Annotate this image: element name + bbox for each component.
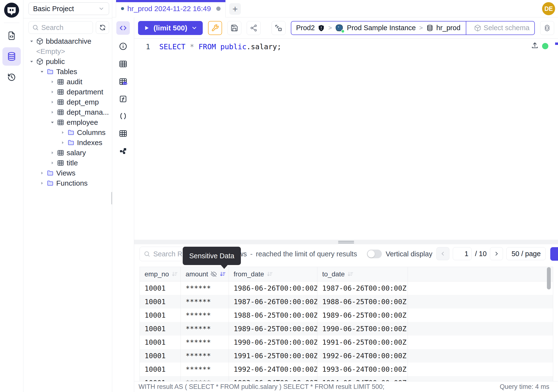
eye-off-icon[interactable]: [210, 271, 217, 277]
project-selector[interactable]: Basic Project: [28, 2, 109, 15]
caret-right-icon[interactable]: [50, 79, 55, 85]
run-query-button[interactable]: (limit 500): [138, 21, 203, 35]
tree-item-views[interactable]: Views: [23, 168, 112, 178]
caret-right-icon[interactable]: [60, 130, 65, 135]
tree-item-department[interactable]: department: [23, 87, 112, 97]
tree-item-dept-mana[interactable]: dept_mana...: [23, 107, 112, 117]
export-button[interactable]: [550, 247, 558, 261]
table-row[interactable]: 10001******1989-06-25T00:00:00Z1990-06-2…: [140, 322, 553, 336]
procedures-panel-icon[interactable]: [119, 112, 127, 120]
code-panel-button[interactable]: [116, 21, 130, 35]
masked-data-icon[interactable]: [119, 77, 127, 86]
caret-right-icon[interactable]: [50, 89, 55, 95]
tree-item-public[interactable]: public: [23, 56, 112, 67]
table-row[interactable]: 10001******1987-06-26T00:00:00Z1988-06-2…: [140, 295, 553, 308]
folder-icon: [47, 169, 54, 177]
tree-item-functions[interactable]: Functions: [23, 178, 112, 188]
external-tables-panel-icon[interactable]: [119, 129, 127, 138]
caret-down-icon[interactable]: [39, 69, 45, 74]
caret-right-icon[interactable]: [50, 110, 55, 115]
tree-item-audit[interactable]: audit: [23, 77, 112, 87]
tree-item-label: dept_mana...: [67, 108, 109, 116]
column-header-filler: [408, 267, 553, 281]
column-header-to_date[interactable]: to_date: [317, 267, 408, 281]
caret-right-icon[interactable]: [50, 160, 55, 166]
caret-right-icon[interactable]: [39, 170, 45, 176]
caret-right-icon[interactable]: [60, 140, 65, 145]
vertical-display-toggle[interactable]: [367, 250, 382, 258]
sort-icon[interactable]: [266, 271, 273, 277]
tree-item-empty[interactable]: <Empty>: [23, 46, 112, 56]
tree-item-bbdataarchive[interactable]: bbdataarchive: [23, 36, 112, 46]
tree-item-label: public: [46, 57, 65, 66]
column-header-amount[interactable]: amount: [181, 267, 229, 281]
panel-resize-handle[interactable]: [134, 240, 558, 244]
table-cell: 1990-06-25T00:00:00Z: [317, 322, 408, 336]
tables-panel-icon[interactable]: [119, 60, 127, 68]
table-cell: 1993-06-24T00:00:00Z: [229, 376, 317, 381]
functions-panel-icon[interactable]: [119, 95, 127, 103]
caret-right-icon[interactable]: [50, 99, 55, 105]
prev-page-button[interactable]: [436, 247, 449, 260]
user-avatar[interactable]: DE: [542, 2, 555, 15]
table-row[interactable]: 10001******1993-06-24T00:00:00Z1994-06-2…: [140, 376, 553, 381]
sort-icon[interactable]: [219, 271, 226, 277]
save-sheet-button[interactable]: [227, 21, 241, 35]
executed-statement: WITH result AS ( SELECT * FROM public.sa…: [139, 383, 384, 391]
tree-item-label: dept_emp: [67, 98, 99, 106]
schema-selector[interactable]: Select schema: [469, 24, 534, 32]
format-sql-button[interactable]: [208, 21, 222, 35]
upload-sql-icon[interactable]: [531, 42, 539, 49]
database-schema-icon[interactable]: [2, 47, 21, 66]
page-size-select[interactable]: 50 / page: [506, 247, 546, 260]
tree-item-title[interactable]: title: [23, 158, 112, 168]
new-tab-button[interactable]: +: [229, 3, 241, 15]
results-scrollbar[interactable]: [547, 267, 551, 289]
table-cell: [408, 281, 553, 295]
sql-editor[interactable]: 1 SELECT * FROM public.salary;: [134, 39, 558, 240]
sort-icon[interactable]: [171, 271, 178, 277]
column-header-emp_no[interactable]: emp_no: [140, 267, 181, 281]
column-label: from_date: [234, 270, 264, 278]
next-page-button[interactable]: [490, 247, 503, 260]
caret-right-icon[interactable]: [50, 150, 55, 156]
table-row[interactable]: 10001******1986-06-26T00:00:00Z1987-06-2…: [140, 281, 553, 295]
caret-down-icon[interactable]: [29, 39, 34, 44]
column-header-from_date[interactable]: from_date: [229, 267, 317, 281]
breadcrumb-divider: [466, 21, 466, 35]
table-row[interactable]: 10001******1990-06-25T00:00:00Z1991-06-2…: [140, 336, 553, 349]
caret-right-icon[interactable]: [39, 181, 45, 186]
tree-item-dept-emp[interactable]: dept_emp: [23, 97, 112, 107]
info-icon[interactable]: [119, 42, 127, 51]
tree-item-label: Tables: [56, 68, 77, 76]
sort-icon[interactable]: [347, 271, 354, 277]
schema-diagram-icon[interactable]: [119, 147, 127, 155]
table-row[interactable]: 10001******1988-06-25T00:00:00Z1989-06-2…: [140, 308, 553, 322]
tree-item-employee[interactable]: employee: [23, 117, 112, 127]
editor-scrollbar[interactable]: [555, 43, 558, 45]
run-options-chevron-icon[interactable]: [191, 25, 197, 31]
table-row[interactable]: 10001******1991-06-25T00:00:00Z1992-06-2…: [140, 349, 553, 363]
table-row[interactable]: 10001******1992-06-24T00:00:00Z1993-06-2…: [140, 363, 553, 376]
worksheet-icon[interactable]: [2, 26, 21, 45]
connection-breadcrumb[interactable]: Prod2 > Prod Sample Instance > hr_prod S…: [291, 21, 535, 35]
sql-statement: SELECT * FROM public.salary;: [159, 42, 281, 52]
tab-hr-prod[interactable]: hr_prod 2024-11-22 16:49: [116, 0, 226, 17]
tree-item-salary[interactable]: salary: [23, 148, 112, 158]
table-cell: 1993-06-24T00:00:00Z: [317, 363, 408, 376]
share-sheet-button[interactable]: [247, 21, 261, 35]
ai-assistant-button[interactable]: [540, 21, 554, 35]
history-icon[interactable]: [2, 68, 21, 87]
editor-toolbar: (limit 500) Prod2 > P: [134, 17, 558, 39]
tree-item-tables[interactable]: Tables: [23, 67, 112, 77]
sidebar-search-input[interactable]: Search: [28, 21, 93, 34]
refresh-schema-button[interactable]: [96, 21, 109, 34]
tree-item-indexes[interactable]: Indexes: [23, 138, 112, 148]
tree-item-columns[interactable]: Columns: [23, 127, 112, 138]
table-cell: ******: [181, 363, 229, 376]
caret-down-icon[interactable]: [50, 120, 55, 125]
page-number-input[interactable]: 1: [453, 247, 471, 260]
table-cell: 10001: [140, 336, 181, 349]
batch-query-button[interactable]: [271, 21, 286, 35]
caret-down-icon[interactable]: [29, 59, 34, 64]
